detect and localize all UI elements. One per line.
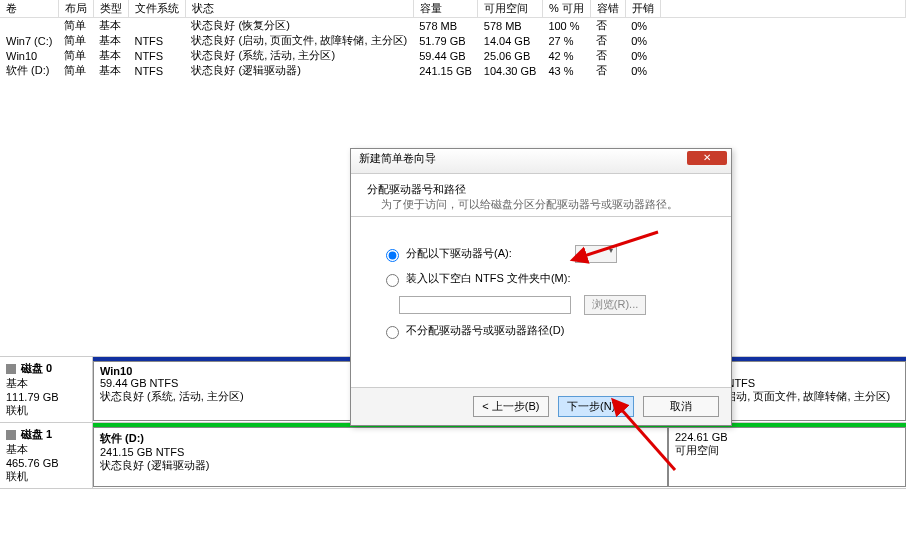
col-fs[interactable]: 文件系统 — [128, 0, 185, 18]
dialog-title: 新建简单卷向导 — [359, 152, 436, 164]
col-capacity[interactable]: 容量 — [413, 0, 478, 18]
table-row[interactable]: Win10简单基本NTFS状态良好 (系统, 活动, 主分区)59.44 GB2… — [0, 48, 906, 63]
disk0-part1-status: 状态良好 (系统, 活动, 主分区) — [100, 390, 244, 402]
disk1-part1-size: 241.15 GB NTFS — [100, 446, 184, 458]
disk-icon — [6, 364, 16, 374]
col-volume[interactable]: 卷 — [0, 0, 58, 18]
col-type[interactable]: 类型 — [93, 0, 128, 18]
disk0-part2-status: 好 (启动, 页面文件, 故障转储, 主分区) — [707, 390, 890, 402]
disk1-part2-name: 224.61 GB — [675, 431, 728, 443]
radio-assign-letter[interactable] — [386, 249, 399, 262]
disk0-part1-size: 59.44 GB NTFS — [100, 377, 178, 389]
disk1-part1-status: 状态良好 (逻辑驱动器) — [100, 459, 209, 471]
col-overhead[interactable]: 开销 — [625, 0, 660, 18]
cancel-button[interactable]: 取消 — [643, 396, 719, 417]
disk0-type: 基本 — [6, 377, 28, 389]
disk1-part2-status: 可用空间 — [675, 444, 719, 456]
disk1-part1[interactable]: 软件 (D:) 241.15 GB NTFS 状态良好 (逻辑驱动器) — [93, 427, 668, 487]
option-mount-folder[interactable]: 装入以下空白 NTFS 文件夹中(M): — [381, 271, 701, 287]
mount-path-input[interactable] — [399, 296, 571, 314]
disk1-part1-name: 软件 (D:) — [100, 432, 144, 444]
browse-button[interactable]: 浏览(R)... — [584, 295, 646, 315]
table-header-row: 卷 布局 类型 文件系统 状态 容量 可用空间 % 可用 容错 开销 — [0, 0, 906, 18]
wizard-dialog: 新建简单卷向导 ✕ 分配驱动器号和路径 为了便于访问，可以给磁盘分区分配驱动器号… — [350, 148, 732, 426]
disk1-state: 联机 — [6, 470, 28, 482]
close-button[interactable]: ✕ — [687, 151, 727, 165]
disk1-type: 基本 — [6, 443, 28, 455]
disk0-name: 磁盘 0 — [21, 362, 52, 374]
col-status[interactable]: 状态 — [185, 0, 413, 18]
back-button[interactable]: < 上一步(B) — [473, 396, 549, 417]
volume-table[interactable]: 卷 布局 类型 文件系统 状态 容量 可用空间 % 可用 容错 开销 简单基本状… — [0, 0, 906, 78]
option-assign-letter[interactable]: 分配以下驱动器号(A): — [381, 245, 701, 263]
radio-no-assign[interactable] — [386, 326, 399, 339]
option-no-assign-label: 不分配驱动器号或驱动器路径(D) — [406, 324, 564, 336]
col-free[interactable]: 可用空间 — [478, 0, 543, 18]
disk1-header: 磁盘 1 基本 465.76 GB 联机 — [0, 423, 93, 488]
next-button[interactable]: 下一步(N) > — [558, 396, 634, 417]
dialog-subtext: 为了便于访问，可以给磁盘分区分配驱动器号或驱动器路径。 — [381, 197, 715, 212]
disk0-size: 111.79 GB — [6, 391, 59, 403]
dialog-buttons: < 上一步(B) 下一步(N) > 取消 — [351, 387, 731, 425]
disk1-row[interactable]: 磁盘 1 基本 465.76 GB 联机 软件 (D:) 241.15 GB N… — [0, 423, 906, 489]
option-mount-folder-label: 装入以下空白 NTFS 文件夹中(M): — [406, 272, 570, 284]
option-assign-letter-label: 分配以下驱动器号(A): — [406, 247, 512, 259]
disk1-name: 磁盘 1 — [21, 428, 52, 440]
disk1-part2[interactable]: 224.61 GB 可用空间 — [668, 427, 906, 487]
dialog-titlebar[interactable]: 新建简单卷向导 ✕ — [351, 149, 731, 174]
table-row[interactable]: 简单基本状态良好 (恢复分区)578 MB578 MB100 %否0% — [0, 18, 906, 34]
option-no-assign[interactable]: 不分配驱动器号或驱动器路径(D) — [381, 323, 701, 339]
disk0-state: 联机 — [6, 404, 28, 416]
table-row[interactable]: Win7 (C:)简单基本NTFS状态良好 (启动, 页面文件, 故障转储, 主… — [0, 33, 906, 48]
col-fault[interactable]: 容错 — [590, 0, 625, 18]
disk-icon — [6, 430, 16, 440]
col-layout[interactable]: 布局 — [58, 0, 93, 18]
table-row[interactable]: 软件 (D:)简单基本NTFS状态良好 (逻辑驱动器)241.15 GB104.… — [0, 63, 906, 78]
col-pct[interactable]: % 可用 — [542, 0, 590, 18]
drive-letter-select[interactable] — [575, 245, 617, 263]
radio-mount-folder[interactable] — [386, 274, 399, 287]
disk0-part1-name: Win10 — [100, 365, 132, 377]
dialog-header: 分配驱动器号和路径 为了便于访问，可以给磁盘分区分配驱动器号或驱动器路径。 — [351, 174, 731, 217]
disk0-header: 磁盘 0 基本 111.79 GB 联机 — [0, 357, 93, 422]
disk1-size: 465.76 GB — [6, 457, 59, 469]
dialog-heading: 分配驱动器号和路径 — [367, 182, 715, 197]
